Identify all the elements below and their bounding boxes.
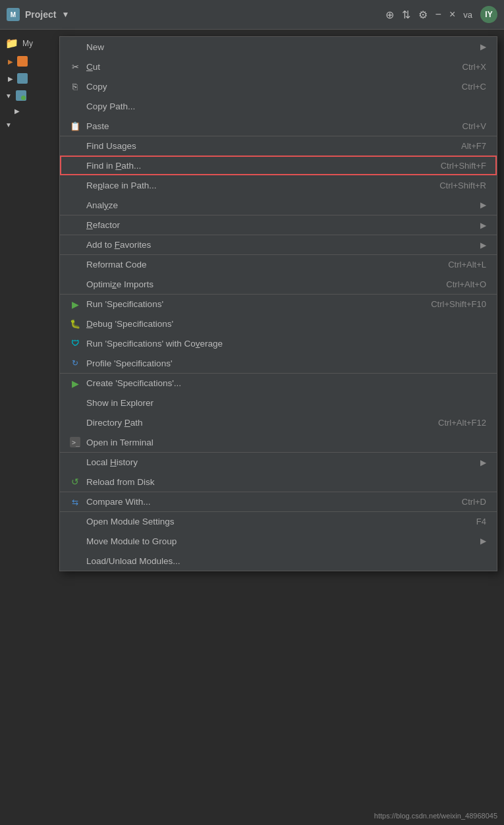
sidebar-item-5: ▶: [3, 105, 53, 117]
play-icon-5: ▶: [14, 107, 20, 115]
menu-item-analyze[interactable]: Analyze▶: [60, 195, 497, 215]
reload-disk-icon: ↺: [68, 476, 82, 487]
directory-path-label: Directory Path: [86, 418, 438, 428]
watermark: https://blog.csdn.net/weixin_48968045: [374, 812, 497, 820]
find-usages-shortcut: Alt+F7: [461, 141, 486, 151]
menu-item-copy-path[interactable]: Copy Path...: [60, 96, 497, 116]
menu-item-copy[interactable]: ⎘CopyCtrl+C: [60, 76, 497, 96]
module-settings-label: Open Module Settings: [86, 517, 476, 526]
menu-item-run-spec[interactable]: ▶Run 'Specifications'Ctrl+Shift+F10: [60, 294, 497, 314]
create-play-icon: ▶: [72, 378, 79, 389]
create-spec-icon: ▶: [68, 378, 82, 389]
refactor-arrow-icon: ▶: [480, 221, 486, 230]
menu-item-compare-with[interactable]: ⇆Compare With...Ctrl+D: [60, 492, 497, 511]
context-menu: New▶✂CutCtrl+X⎘CopyCtrl+CCopy Path...📋Pa…: [59, 36, 497, 571]
run-spec-label: Run 'Specifications': [86, 299, 431, 309]
menu-item-paste[interactable]: 📋PasteCtrl+V: [60, 116, 497, 136]
settings-button[interactable]: ⚙: [418, 9, 428, 21]
copy-path-label: Copy Path...: [86, 101, 486, 111]
compare-icon: ⇆: [72, 498, 78, 507]
svg-text:>_: >_: [72, 439, 80, 447]
profile-icon: ↻: [72, 358, 78, 368]
sidebar-item-6: ▼: [3, 119, 53, 130]
copy-icon: ⎘: [68, 82, 82, 92]
show-explorer-label: Show in Explorer: [86, 398, 486, 408]
project-icon: M: [7, 8, 20, 21]
find-usages-label: Find Usages: [86, 141, 461, 151]
menu-item-optimize-imports[interactable]: Optimize ImportsCtrl+Alt+O: [60, 274, 497, 294]
expand-icon-4: ▼: [5, 92, 12, 100]
add-favorites-arrow-icon: ▶: [480, 241, 486, 250]
profile-spec-icon: ↻: [68, 358, 82, 368]
run-coverage-icon: 🛡: [68, 339, 82, 348]
optimize-imports-shortcut: Ctrl+Alt+O: [446, 279, 486, 289]
menu-item-find-in-path[interactable]: Find in Path...Ctrl+Shift+F: [60, 156, 497, 175]
folder-icon-4: [16, 90, 26, 101]
debug-bug-icon: 🐛: [70, 319, 80, 329]
reload-icon: ↺: [71, 476, 79, 487]
sidebar-label-1: My: [22, 39, 33, 48]
analyze-label: Analyze: [86, 200, 475, 210]
menu-item-refactor[interactable]: Refactor▶: [60, 215, 497, 235]
replace-in-path-label: Replace in Path...: [86, 181, 439, 190]
title-bar-controls: ⊕ ⇅ ⚙ − × va IY: [385, 6, 497, 23]
add-favorites-label: Add to Favorites: [86, 240, 475, 250]
sidebar-item-2: ▶: [3, 54, 53, 69]
sidebar-item-3: ▶: [3, 71, 53, 86]
title-bar: M Project ▼ ⊕ ⇅ ⚙ − × va IY: [0, 0, 504, 30]
menu-item-debug-spec[interactable]: 🐛Debug 'Specifications': [60, 314, 497, 333]
menu-item-show-explorer[interactable]: Show in Explorer: [60, 393, 497, 412]
add-button[interactable]: ⊕: [385, 9, 394, 21]
menu-item-replace-in-path[interactable]: Replace in Path...Ctrl+Shift+R: [60, 175, 497, 195]
cut-icon: ✂: [68, 62, 82, 72]
avatar: IY: [480, 6, 497, 23]
project-title: Project: [25, 9, 56, 20]
refactor-label: Refactor: [86, 220, 475, 230]
paste-clipboard-icon: 📋: [70, 121, 80, 131]
menu-item-load-modules[interactable]: Load/Unload Modules...: [60, 551, 497, 571]
menu-item-module-settings[interactable]: Open Module SettingsF4: [60, 511, 497, 531]
svg-text:M: M: [11, 11, 16, 18]
compare-with-label: Compare With...: [86, 497, 462, 507]
run-spec-shortcut: Ctrl+Shift+F10: [431, 299, 486, 309]
cut-label: Cut: [86, 62, 462, 72]
copy-label: Copy: [86, 82, 462, 92]
optimize-imports-label: Optimize Imports: [86, 279, 446, 289]
minimize-button[interactable]: −: [435, 9, 441, 20]
coverage-icon: 🛡: [71, 339, 79, 348]
compare-with-shortcut: Ctrl+D: [462, 497, 486, 507]
menu-item-profile-spec[interactable]: ↻Profile 'Specifications': [60, 353, 497, 373]
close-tab-button[interactable]: ×: [449, 9, 455, 20]
tab-label: va: [463, 10, 472, 20]
sidebar: 📁 My ▶ ▶ ▼ ▶ ▼: [0, 30, 56, 825]
menu-item-reload-disk[interactable]: ↺Reload from Disk: [60, 472, 497, 492]
directory-path-shortcut: Ctrl+Alt+F12: [438, 418, 486, 428]
folder-icon-2: [17, 56, 28, 67]
move-module-label: Move Module to Group: [86, 536, 475, 546]
compare-with-icon: ⇆: [68, 498, 82, 507]
menu-item-directory-path[interactable]: Directory PathCtrl+Alt+F12: [60, 412, 497, 432]
play-icon-2: ▶: [8, 58, 13, 65]
menu-item-add-favorites[interactable]: Add to Favorites▶: [60, 235, 497, 254]
reformat-code-shortcut: Ctrl+Alt+L: [448, 260, 486, 270]
title-chevron-icon: ▼: [61, 10, 69, 19]
menu-item-cut[interactable]: ✂CutCtrl+X: [60, 57, 497, 76]
new-label: New: [86, 42, 475, 52]
cut-shortcut: Ctrl+X: [462, 62, 486, 72]
menu-item-move-module[interactable]: Move Module to Group▶: [60, 531, 497, 551]
menu-item-new[interactable]: New▶: [60, 37, 497, 57]
play-icon-3: ▶: [8, 75, 13, 82]
play-triangle-icon: ▶: [72, 299, 79, 310]
menu-item-reformat-code[interactable]: Reformat CodeCtrl+Alt+L: [60, 254, 497, 274]
local-history-arrow-icon: ▶: [480, 458, 486, 467]
menu-item-find-usages[interactable]: Find UsagesAlt+F7: [60, 136, 497, 156]
menu-item-local-history[interactable]: Local History▶: [60, 452, 497, 472]
expand-button[interactable]: ⇅: [402, 9, 410, 21]
profile-spec-label: Profile 'Specifications': [86, 358, 486, 368]
menu-item-run-coverage[interactable]: 🛡Run 'Specifications' with Coverage: [60, 333, 497, 353]
menu-item-open-terminal[interactable]: >_Open in Terminal: [60, 432, 497, 452]
copy-pages-icon: ⎘: [72, 82, 78, 92]
sidebar-item-4: ▼: [3, 88, 53, 103]
debug-spec-icon: 🐛: [68, 319, 82, 329]
menu-item-create-spec[interactable]: ▶Create 'Specifications'...: [60, 373, 497, 393]
